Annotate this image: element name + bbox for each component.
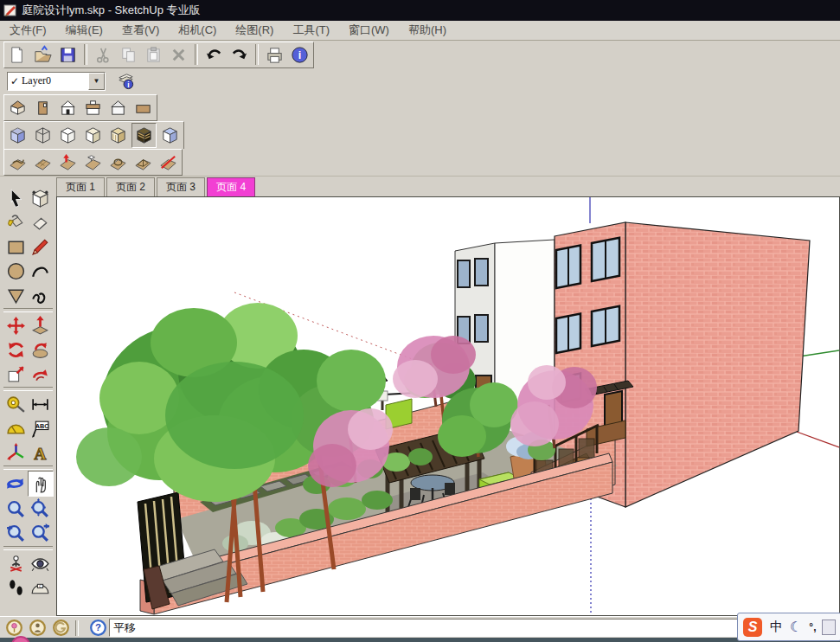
rectangle-tool-button[interactable] [4,234,29,259]
make-component-tool-button[interactable] [29,186,53,210]
protractor-tool-button[interactable] [4,416,29,440]
toolbar-sandbox [0,149,840,177]
tape-measure-tool-button[interactable] [4,392,29,416]
text-3d-icon: A [29,442,51,464]
rotate-tool-button[interactable] [4,337,29,362]
axes-tool-button[interactable] [4,440,29,465]
view-iso-icon [8,98,28,118]
style-hidden-icon [58,125,78,145]
orbit-tool-button[interactable] [3,471,28,495]
style-mono-button[interactable] [158,124,182,147]
menu-camera[interactable]: 相机(C) [169,21,226,40]
toolbar-styles [0,121,840,150]
view-top-icon [133,98,153,118]
view-back-button[interactable] [81,96,105,119]
layer-dropdown-button[interactable]: ▼ [88,73,105,90]
select-tool-button[interactable] [4,186,29,210]
view-iso-button[interactable] [6,96,29,119]
delete-x-button[interactable] [167,43,190,67]
style-tex-dark-button[interactable] [131,123,157,148]
toolbar-separator [195,44,198,65]
offset-tool-button[interactable] [29,362,53,386]
view-front-icon [58,98,78,118]
scene-tab-3[interactable]: 页面 3 [157,177,205,196]
paint-bucket-tool-button[interactable] [4,210,29,234]
save-button[interactable] [56,43,80,67]
layer-combobox[interactable]: ✓ Layer0 ▼ [7,72,106,91]
menu-draw[interactable]: 绘图(R) [226,21,283,40]
view-left-button[interactable] [106,96,130,119]
push-pull-tool-button[interactable] [29,313,53,337]
sb-scratch-button[interactable] [31,151,55,174]
sb-contour-button[interactable] [6,151,29,174]
ime-keyboard-icon[interactable] [822,620,836,635]
view-right-button[interactable] [31,96,55,119]
ime-language-toggle[interactable]: 中 [770,619,783,635]
sb-drape-button[interactable] [106,151,130,174]
sogou-logo-icon[interactable]: S [743,618,762,637]
zoom-tool-button[interactable] [4,497,29,521]
view-front-button[interactable] [56,96,80,119]
menu-window[interactable]: 窗口(W) [339,21,399,40]
eraser-tool-button[interactable] [29,210,53,234]
title-bar: 庭院设计lym.skp - SketchUp 专业版 [0,0,840,21]
style-tex-button[interactable] [106,124,130,147]
ime-punctuation-toggle[interactable]: °, [809,621,816,633]
line-tool-button[interactable] [29,234,53,259]
scene-tab-1[interactable]: 页面 1 [56,177,105,196]
undo-button[interactable] [202,43,226,67]
print-button[interactable] [263,43,286,67]
paste-button[interactable] [142,43,165,67]
scale-tool-button[interactable] [4,362,29,386]
delete-x-icon [169,45,189,65]
zoom-previous-tool-button[interactable] [4,521,29,545]
cut-button[interactable] [92,43,115,67]
menu-help[interactable]: 帮助(H) [399,21,456,40]
follow-me-tool-button[interactable] [29,337,53,362]
menu-file[interactable]: 文件(F) [0,21,56,40]
dimension-tool-button[interactable] [29,392,53,416]
zoom-next-tool-button[interactable] [29,521,53,545]
section-plane-tool-button[interactable]: C [29,575,53,600]
look-around-tool-button[interactable] [29,551,53,575]
model-info-button[interactable]: i [288,43,311,67]
view-top-button[interactable] [131,96,155,119]
text-3d-tool-button[interactable]: A [29,440,53,465]
new-file-button[interactable] [6,43,29,67]
zoom-extents-tool-button[interactable] [29,497,53,521]
sb-flip-button[interactable] [157,151,180,174]
style-xray-button[interactable] [6,124,29,147]
menu-edit[interactable]: 编辑(E) [56,21,112,40]
pan-tool-button[interactable] [28,471,54,497]
text-tool-button[interactable]: ABC [29,416,53,440]
freehand-tool-button[interactable] [29,283,53,307]
menu-tools[interactable]: 工具(T) [283,21,339,40]
sb-stamp-button[interactable] [81,151,105,174]
line-icon [29,236,51,258]
model-viewport[interactable] [56,196,840,616]
g-badge-icon[interactable] [52,619,70,637]
scene-tab-2[interactable]: 页面 2 [106,177,155,196]
menu-view[interactable]: 查看(V) [112,21,169,40]
move-tool-button[interactable] [4,313,29,337]
rotate-icon [5,339,27,361]
position-camera-tool-button[interactable] [4,551,29,575]
redo-button[interactable] [228,43,251,67]
help-question-icon[interactable]: ? [89,619,107,637]
sb-smoove-button[interactable] [56,151,80,174]
style-wire-button[interactable] [31,124,55,147]
geo-pin-badge-icon[interactable] [5,619,23,637]
layer-manager-button[interactable]: i [114,69,138,93]
style-shaded-button[interactable] [81,124,105,147]
circle-tool-button[interactable] [4,259,29,283]
ime-moon-icon[interactable]: ☾ [790,619,802,635]
copy-button[interactable] [117,43,140,67]
sb-detail-button[interactable] [131,151,155,174]
walk-tool-button[interactable] [4,575,29,600]
scene-tab-4[interactable]: 页面 4 [207,177,255,196]
open-folder-button[interactable] [31,43,55,67]
arc-tool-button[interactable] [29,259,53,283]
style-hidden-button[interactable] [56,124,80,147]
polygon-tool-button[interactable] [4,283,29,307]
person-badge-icon[interactable] [29,619,47,637]
